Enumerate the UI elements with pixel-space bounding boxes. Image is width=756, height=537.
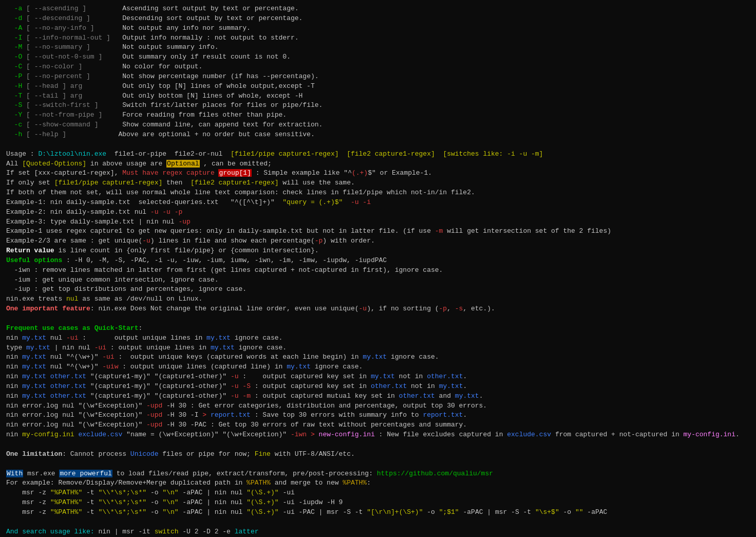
- line-ex1: Example-1: nin daily-sample.txt selected…: [6, 198, 750, 208]
- line-q9: nin error.log nul "(\w*Exception)" -upd …: [6, 411, 750, 420]
- line-return: Return value is line count in {only firs…: [6, 246, 750, 256]
- line-14: -h [ --help ] Above are optional + no or…: [6, 130, 750, 140]
- line-with-msr: With msr.exe more powerful to load files…: [6, 469, 750, 479]
- line-10: -T [ --tail ] arg Out only bottom [N] li…: [6, 91, 750, 101]
- line-q1: nin my.txt nul -ui : output unique lines…: [6, 334, 750, 343]
- line-quoted: All [Quoted-Options] in above usage are …: [6, 159, 750, 169]
- line-blank-5: [6, 517, 750, 527]
- line-iup: -iup : get top distributions and percent…: [6, 285, 750, 294]
- line-ifonly: If only set [file1/pipe capture1-regex] …: [6, 178, 750, 188]
- line-blank-3: [6, 440, 750, 450]
- line-important: One important feature: nin.exe Does Not …: [6, 304, 750, 314]
- line-frequent: Frequent use cases as Quick-Start:: [6, 324, 750, 334]
- line-1: -a [ --ascending ] Ascending sort output…: [6, 4, 750, 14]
- line-ium: -ium : get unique common intersection, i…: [6, 275, 750, 285]
- line-usage: Usage : D:\lztool\nin.exe file1-or-pipe …: [6, 150, 750, 159]
- line-6: -O [ --out-not-0-sum ] Out summary only …: [6, 52, 750, 62]
- line-q5: nin my.txt other.txt "(capture1-my)" "(c…: [6, 372, 750, 382]
- line-2: -d [ --descending ] Descending sort outp…: [6, 14, 750, 24]
- line-q3: nin my.txt nul "^(\w+)" -ui : output uni…: [6, 353, 750, 362]
- line-blank-1: [6, 140, 750, 150]
- line-msr1: msr -z "%PATH%" -t "\\*\s*;\s*" -o "\n" …: [6, 488, 750, 498]
- line-7: -C [ --no-color ] No color for output.: [6, 62, 750, 72]
- line-q2: type my.txt | nin nul -ui : output uniqu…: [6, 343, 750, 353]
- line-ifset: If set [xxx-capture1-regex], Must have r…: [6, 169, 750, 178]
- line-q6: nin my.txt other.txt "(capture1-my)" "(c…: [6, 382, 750, 392]
- line-11: -S [ --switch-first ] Switch first/latte…: [6, 101, 750, 110]
- line-q8: nin error.log nul "(\w*Exception)" -upd …: [6, 401, 750, 411]
- line-blank-2: [6, 314, 750, 324]
- line-ex3: Example-3: type daily-sample.txt | nin n…: [6, 217, 750, 227]
- line-4: -I [ --info-normal-out ] Output info nor…: [6, 33, 750, 43]
- line-and-search: And search usage like: nin | msr -it swi…: [6, 527, 750, 537]
- line-ninexe-nul: nin.exe treats nul as same as /dev/null …: [6, 294, 750, 304]
- line-8: -P [ --no-percent ] Not show percentage …: [6, 72, 750, 82]
- line-13: -c [ --show-command ] Show command line,…: [6, 120, 750, 130]
- line-limitation: One limitation: Cannot process Unicode f…: [6, 450, 750, 459]
- line-12: -Y [ --not-from-pipe ] Force reading fro…: [6, 110, 750, 120]
- line-blank-4: [6, 459, 750, 469]
- line-iwn: -iwn : remove lines matched in latter fr…: [6, 266, 750, 275]
- line-q4: nin my.txt nul "^(\w+)" -uiw : output un…: [6, 362, 750, 372]
- line-ex2: Example-2: nin daily-sample.txt nul -u -…: [6, 208, 750, 217]
- terminal-output: -a [ --ascending ] Ascending sort output…: [6, 4, 750, 537]
- line-3: -A [ --no-any-info ] Not output any info…: [6, 24, 750, 33]
- line-9: -H [ --head ] arg Out only top [N] lines…: [6, 82, 750, 91]
- line-q7: nin my.txt other.txt "(capture1-my)" "(c…: [6, 392, 750, 401]
- line-ifboth: If both of them not set, will use normal…: [6, 188, 750, 198]
- line-5: -M [ --no-summary ] Not output summary i…: [6, 43, 750, 52]
- line-q10: nin error.log nul "(\w*Exception)" -upd …: [6, 420, 750, 430]
- line-ex23-desc: Example-2/3 are same : get unique(-u) li…: [6, 236, 750, 246]
- line-ex1-desc: Example-1 uses regex capture1 to get new…: [6, 227, 750, 236]
- line-q11: nin my-config.ini exclude.csv "name = (\…: [6, 430, 750, 440]
- line-msr3: msr -z "%PATH%" -t "\\*\s*;\s*" -o "\n" …: [6, 508, 750, 517]
- line-useful: Useful options : -H 0, -M, -S, -PAC, -i …: [6, 256, 750, 266]
- line-msr2: msr -z "%PATH%" -t "\\*\s*;\s*" -o "\n" …: [6, 498, 750, 508]
- line-for-example: For example: Remove/Display/Remove+Merge…: [6, 478, 750, 488]
